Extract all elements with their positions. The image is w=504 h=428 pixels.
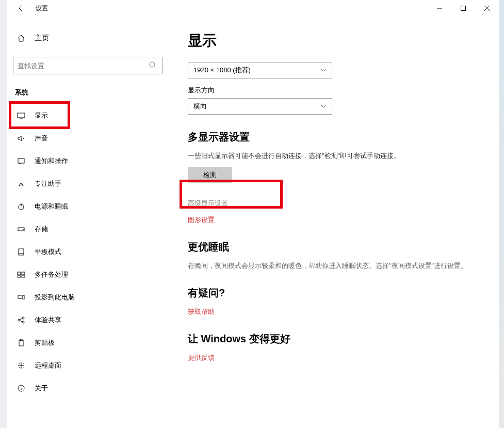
sleep-desc: 在晚间，夜间模式会显示较柔和的暖色，帮助你进入睡眠状态。选择"夜间模式设置"进行… bbox=[188, 261, 482, 271]
svg-point-21 bbox=[22, 317, 24, 319]
sidebar-item-clipboard[interactable]: 剪贴板 bbox=[13, 331, 167, 354]
svg-point-12 bbox=[23, 229, 24, 230]
graphics-settings-link[interactable]: 图形设置 bbox=[188, 215, 482, 225]
sidebar-item-label: 通知和操作 bbox=[35, 156, 68, 166]
share-icon bbox=[16, 316, 26, 324]
search-icon bbox=[149, 61, 158, 70]
sidebar-item-label: 存储 bbox=[35, 225, 48, 234]
about-icon bbox=[16, 384, 26, 392]
settings-window: 设置 主页 系统 显示 bbox=[7, 0, 499, 428]
svg-rect-13 bbox=[19, 249, 24, 255]
svg-point-20 bbox=[18, 319, 20, 321]
svg-rect-19 bbox=[18, 295, 22, 298]
feedback-link[interactable]: 提供反馈 bbox=[188, 353, 482, 362]
detect-button[interactable]: 检测 bbox=[188, 167, 232, 183]
svg-rect-25 bbox=[19, 340, 23, 346]
svg-line-5 bbox=[154, 67, 156, 69]
sidebar-item-label: 平板模式 bbox=[35, 247, 61, 257]
sidebar-item-display[interactable]: 显示 bbox=[13, 104, 167, 127]
sidebar-item-label: 体验共享 bbox=[35, 315, 61, 325]
titlebar: 设置 bbox=[7, 0, 499, 17]
orientation-label: 显示方向 bbox=[188, 86, 482, 95]
sidebar-item-label: 显示 bbox=[35, 111, 48, 120]
window-title: 设置 bbox=[36, 4, 48, 13]
sidebar-item-power[interactable]: 电源和睡眠 bbox=[13, 195, 167, 218]
display-icon bbox=[16, 112, 26, 120]
sidebar-item-about[interactable]: 关于 bbox=[13, 377, 167, 400]
background-right-sliver bbox=[499, 0, 504, 428]
background-left-sliver bbox=[0, 0, 7, 428]
maximize-button[interactable] bbox=[451, 0, 475, 17]
multi-monitor-heading: 多显示器设置 bbox=[188, 130, 482, 144]
sidebar-item-label: 电源和睡眠 bbox=[35, 202, 68, 211]
svg-rect-17 bbox=[18, 276, 21, 277]
sidebar-item-label: 剪贴板 bbox=[35, 338, 55, 347]
sidebar-item-label: 投影到此电脑 bbox=[35, 293, 75, 302]
storage-icon bbox=[16, 225, 26, 233]
sidebar-item-label: 关于 bbox=[35, 384, 48, 393]
sidebar-item-focus[interactable]: 专注助手 bbox=[13, 172, 167, 195]
content-area: 显示 1920 × 1080 (推荐) 显示方向 横向 多显示器设置 一些旧式显… bbox=[171, 17, 499, 428]
sleep-heading: 更优睡眠 bbox=[188, 240, 482, 254]
chevron-down-icon bbox=[320, 103, 327, 109]
sidebar-section-header: 系统 bbox=[13, 88, 171, 97]
multi-monitor-desc: 一些旧式显示器可能不会进行自动连接，选择"检测"即可尝试手动连接。 bbox=[188, 151, 482, 161]
sidebar: 主页 系统 显示 声音 通知和操作 bbox=[7, 17, 171, 428]
close-button[interactable] bbox=[475, 0, 499, 17]
notifications-icon bbox=[16, 157, 26, 165]
home-label: 主页 bbox=[35, 34, 49, 43]
svg-line-23 bbox=[20, 319, 22, 320]
svg-point-4 bbox=[150, 62, 155, 67]
sidebar-item-project[interactable]: 投影到此电脑 bbox=[13, 286, 167, 309]
home-icon bbox=[16, 34, 26, 42]
sidebar-item-label: 声音 bbox=[35, 134, 48, 143]
sound-icon bbox=[16, 134, 26, 142]
svg-rect-15 bbox=[18, 272, 21, 275]
advanced-display-link[interactable]: 高级显示设置 bbox=[188, 199, 482, 208]
back-button[interactable] bbox=[15, 2, 27, 14]
svg-line-24 bbox=[20, 321, 22, 322]
svg-rect-6 bbox=[18, 113, 25, 118]
minimize-button[interactable] bbox=[428, 0, 451, 17]
improve-heading: 让 Windows 变得更好 bbox=[188, 332, 482, 346]
get-help-link[interactable]: 获取帮助 bbox=[188, 307, 482, 316]
power-icon bbox=[16, 202, 26, 211]
svg-rect-1 bbox=[461, 6, 466, 11]
tablet-icon bbox=[16, 248, 26, 256]
svg-rect-18 bbox=[22, 276, 25, 277]
sidebar-item-share[interactable]: 体验共享 bbox=[13, 309, 167, 331]
page-heading: 显示 bbox=[188, 31, 482, 51]
resolution-dropdown[interactable]: 1920 × 1080 (推荐) bbox=[188, 62, 332, 78]
search-box[interactable] bbox=[13, 57, 162, 74]
sidebar-item-storage[interactable]: 存储 bbox=[13, 218, 167, 241]
clipboard-icon bbox=[16, 339, 26, 347]
orientation-dropdown[interactable]: 横向 bbox=[188, 98, 332, 115]
window-controls bbox=[428, 0, 499, 17]
sidebar-item-notifications[interactable]: 通知和操作 bbox=[13, 150, 167, 172]
multitask-icon bbox=[16, 271, 26, 279]
svg-rect-8 bbox=[18, 158, 24, 163]
focus-icon bbox=[16, 180, 26, 188]
svg-rect-16 bbox=[22, 272, 25, 275]
orientation-value: 横向 bbox=[193, 102, 207, 111]
svg-point-22 bbox=[22, 321, 24, 323]
svg-point-31 bbox=[21, 387, 22, 387]
sidebar-item-remote[interactable]: 远程桌面 bbox=[13, 354, 167, 377]
sidebar-item-tablet[interactable]: 平板模式 bbox=[13, 241, 167, 263]
home-link[interactable]: 主页 bbox=[13, 29, 171, 47]
window-body: 主页 系统 显示 声音 通知和操作 bbox=[7, 17, 499, 428]
resolution-value: 1920 × 1080 (推荐) bbox=[193, 66, 251, 75]
sidebar-item-multitask[interactable]: 多任务处理 bbox=[13, 263, 167, 286]
question-heading: 有疑问? bbox=[188, 286, 482, 300]
sidebar-item-sound[interactable]: 声音 bbox=[13, 127, 167, 150]
project-icon bbox=[16, 293, 26, 302]
chevron-down-icon bbox=[320, 67, 327, 73]
search-input[interactable] bbox=[18, 62, 149, 70]
sidebar-item-label: 专注助手 bbox=[35, 179, 61, 188]
sidebar-item-label: 远程桌面 bbox=[35, 361, 61, 370]
remote-icon bbox=[16, 361, 26, 370]
sidebar-item-label: 多任务处理 bbox=[35, 270, 68, 279]
